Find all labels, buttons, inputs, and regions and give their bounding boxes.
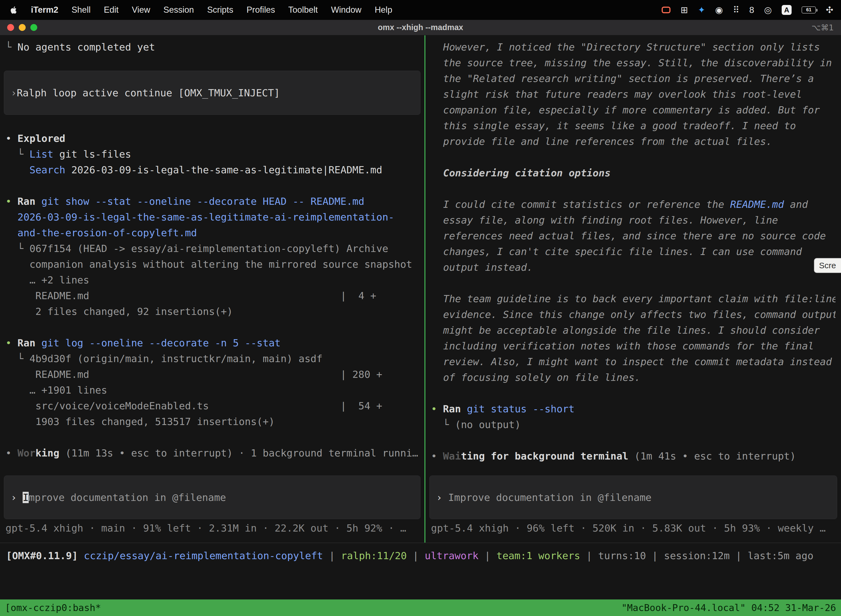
terminal-line: the "Related research writing" section i… xyxy=(431,70,835,87)
terminal-line: └ No agents completed yet xyxy=(6,39,419,55)
menu-item-profiles[interactable]: Profiles xyxy=(240,5,281,15)
text-segment: • xyxy=(431,403,443,415)
text-segment: | xyxy=(407,550,425,561)
menu-item-shell[interactable]: Shell xyxy=(65,5,97,15)
text-segment: 4b9d30f (origin/main, instructkr/main, m… xyxy=(29,353,322,364)
screen-share-overlay-tab[interactable]: Scre xyxy=(814,258,841,273)
apple-menu-icon[interactable] xyxy=(8,6,24,14)
dark-app-icon[interactable]: ◉ xyxy=(715,5,723,15)
zoom-button[interactable] xyxy=(30,24,37,31)
minimize-button[interactable] xyxy=(19,24,26,31)
record-glyph xyxy=(662,7,671,13)
terminal-area: └ No agents completed yet› Ralph loop ac… xyxy=(0,35,841,600)
terminal-line: essay file, along with finding root file… xyxy=(431,212,835,228)
terminal-line: provide file and line references from th… xyxy=(431,133,835,149)
text-segment: • xyxy=(6,196,18,207)
terminal-line: references need actual files, and since … xyxy=(431,228,835,244)
menu-item-window[interactable]: Window xyxy=(324,5,368,15)
text-segment: | xyxy=(478,550,497,561)
terminal-line: 2 files changed, 92 insertions(+) xyxy=(6,304,419,319)
text-segment: and-the-erosion-of-copyleft.md xyxy=(6,227,197,238)
window-title-bar[interactable]: omx --xhigh --madmax ⌥⌘1 xyxy=(0,20,841,35)
terminal-line: I could cite commit statistics or refere… xyxy=(431,197,835,212)
text-segment xyxy=(59,447,65,459)
text-segment: 067f154 (HEAD -> essay/ai-reimplementati… xyxy=(29,243,388,254)
terminal-line: this single essay, it seems like a good … xyxy=(431,118,835,133)
terminal-pane-right[interactable]: However, I noticed the "Directory Struct… xyxy=(425,35,841,543)
terminal-line: • Waiting for background terminal (1m 41… xyxy=(431,448,835,464)
text-segment xyxy=(78,550,84,561)
blank-line xyxy=(431,181,835,197)
menu-item-help[interactable]: Help xyxy=(368,5,399,15)
text-segment: might be acceptable alongside the file l… xyxy=(443,324,820,336)
menu-item-view[interactable]: View xyxy=(125,5,157,15)
terminal-line: • Ran git show --stat --oneline --decora… xyxy=(6,194,419,209)
text-segment: [OMX#0.11.9] xyxy=(6,550,78,561)
blank-line xyxy=(6,319,419,335)
text-segment: • xyxy=(6,337,18,349)
blank-line xyxy=(6,55,419,70)
text-segment: changes, I can't cite specific file line… xyxy=(443,246,802,257)
text-segment: git show --stat --oneline --decorate HEA… xyxy=(41,196,364,207)
text-segment: references need actual files, and since … xyxy=(443,230,826,242)
text-segment xyxy=(628,450,634,462)
text-segment: and xyxy=(784,199,808,210)
text-segment: git log --oneline --decorate -n 5 --stat xyxy=(41,337,281,349)
text-segment: session:12m xyxy=(664,550,730,561)
menu-item-iterm2[interactable]: iTerm2 xyxy=(24,5,65,15)
text-segment: Explored xyxy=(18,133,65,144)
blank-line xyxy=(6,178,419,194)
menu-bar-status-area: ⊞✦◉⠿8◎A61✣ xyxy=(662,5,833,15)
text-segment: including verification notes with those … xyxy=(443,340,814,352)
launchpad-icon[interactable]: ⠿ xyxy=(733,5,739,15)
text-segment: 2 files changed, 92 insertions(+) xyxy=(6,306,233,317)
screen-recording-indicator[interactable] xyxy=(662,7,671,13)
terminal-line: Search 2026-03-09-is-legal-the-same-as-l… xyxy=(6,162,419,178)
text-segment: (1m 41s • esc to interrupt) xyxy=(634,450,796,462)
numkey-icon[interactable]: 8 xyxy=(749,5,754,15)
text-segment: README.md xyxy=(730,199,784,210)
text-segment: provide file and line references from th… xyxy=(443,136,772,147)
blank-line xyxy=(6,115,419,131)
window-grid-icon[interactable]: ⊞ xyxy=(680,5,688,15)
text-segment: of focusing solely on file lines. xyxy=(443,372,640,383)
traffic-lights xyxy=(7,20,37,35)
text-segment: └ xyxy=(6,148,29,160)
window-shortcut-badge: ⌥⌘1 xyxy=(812,23,834,32)
terminal-line: README.md | 4 + xyxy=(6,288,419,304)
blue-app-icon[interactable]: ✦ xyxy=(698,5,705,15)
text-segment: team:1 workers xyxy=(497,550,580,561)
text-segment: › xyxy=(11,492,23,503)
keyboard-layout-icon[interactable]: A xyxy=(782,5,792,15)
text-segment: README.md | 280 + xyxy=(6,369,382,380)
session-status-right: gpt-5.4 xhigh · 96% left · 520K in · 5.8… xyxy=(431,520,835,536)
terminal-pane-left[interactable]: └ No agents completed yet› Ralph loop ac… xyxy=(0,35,424,543)
menu-item-toolbelt[interactable]: Toolbelt xyxy=(282,5,324,15)
menu-item-edit[interactable]: Edit xyxy=(97,5,125,15)
text-segment: … +2 lines xyxy=(6,274,89,286)
tmux-session-label: [omx-cczip0:bash* xyxy=(5,602,101,613)
close-button[interactable] xyxy=(7,24,14,31)
text-segment: I xyxy=(23,492,29,503)
terminal-line: 1903 files changed, 513517 insertions(+) xyxy=(6,414,419,430)
text-segment: the source tree, missing the essay. Stil… xyxy=(443,57,832,69)
blank-line xyxy=(431,275,835,291)
text-segment: git status --short xyxy=(467,403,574,415)
text-segment: evidence. Since this change only affects… xyxy=(443,309,835,320)
text-segment: (11m 13s • esc to interrupt) xyxy=(65,447,233,459)
menu-item-scripts[interactable]: Scripts xyxy=(201,5,240,15)
text-segment: • xyxy=(6,133,18,144)
text-segment: › xyxy=(11,87,17,98)
fan-icon[interactable]: ✣ xyxy=(826,5,833,15)
terminal-line: The team guideline is to back every impo… xyxy=(431,291,835,307)
stats-app-icon[interactable]: ◎ xyxy=(764,5,772,15)
text-segment: | xyxy=(646,550,664,561)
menu-item-session[interactable]: Session xyxy=(157,5,200,15)
text-segment: review. Also, I might want to inspect th… xyxy=(443,356,832,367)
inject-banner: › Ralph loop active continue [OMX_TMUX_I… xyxy=(4,70,420,115)
battery-icon[interactable]: 61 xyxy=(801,6,816,13)
terminal-line: companion analysis without altering the … xyxy=(6,257,419,272)
prompt-input-left[interactable]: › Improve documentation in @filename xyxy=(4,475,420,519)
text-segment: ting for background terminal xyxy=(461,450,628,462)
prompt-input-right[interactable]: › Improve documentation in @filename xyxy=(429,475,837,519)
